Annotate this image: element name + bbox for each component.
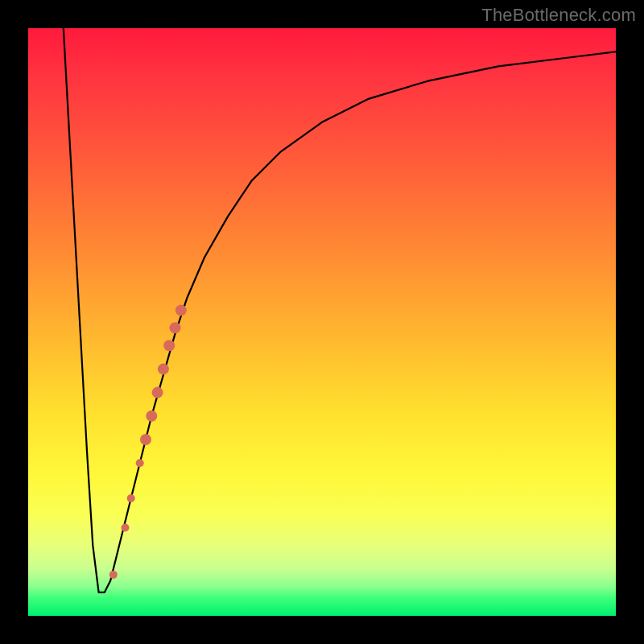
highlight-point xyxy=(109,571,118,579)
watermark-label: TheBottleneck.com xyxy=(481,5,636,26)
plot-area xyxy=(28,28,616,616)
highlight-point xyxy=(122,524,130,532)
highlight-point xyxy=(146,411,157,422)
chart-frame: TheBottleneck.com xyxy=(0,0,644,644)
highlight-point xyxy=(127,494,135,502)
highlight-point xyxy=(140,434,151,445)
highlight-point xyxy=(163,340,175,351)
curve-svg xyxy=(28,28,616,616)
highlight-point xyxy=(152,387,163,398)
bottleneck-curve xyxy=(64,28,616,592)
highlight-point xyxy=(170,322,181,333)
highlight-point xyxy=(158,363,169,374)
highlight-point xyxy=(136,459,144,467)
highlight-point xyxy=(175,304,187,316)
